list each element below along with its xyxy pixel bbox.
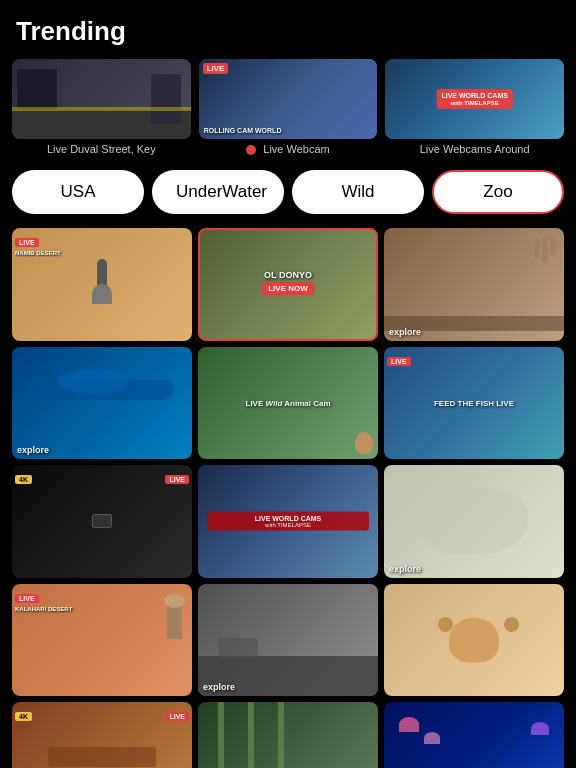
featured-label-2: Live Webcam [246, 143, 330, 156]
grid-item-9[interactable]: explore [384, 465, 564, 578]
grid-item-3-explore: explore [389, 327, 421, 337]
grid-item-11[interactable]: explore [198, 584, 378, 697]
featured-item-1[interactable]: Live Duval Street, Key [12, 59, 191, 156]
grid-item-3[interactable]: explore [384, 228, 564, 341]
page-title: Trending [12, 16, 564, 47]
grid-item-5[interactable]: LIVE Wild Animal Cam [198, 347, 378, 460]
cat-btn-wild[interactable]: Wild [292, 170, 424, 214]
grid-item-10-badge: LIVE KALAHARI DESERT [15, 587, 72, 612]
grid-item-15[interactable] [384, 702, 564, 768]
featured-thumb-2[interactable]: LIVE ROLLING CAM WORLD [199, 59, 378, 139]
featured-thumb-3[interactable]: LIVE WORLD CAMSwith TIMELAPSE [385, 59, 564, 139]
grid-item-7[interactable]: 4K LIVE [12, 465, 192, 578]
featured-label-3: Live Webcams Around [420, 143, 530, 156]
featured-item-2[interactable]: LIVE ROLLING CAM WORLD Live Webcam [199, 59, 378, 156]
grid-item-13-live: LIVE [165, 705, 189, 723]
grid-item-7-live: LIVE [165, 468, 189, 486]
grid-item-4[interactable]: explore [12, 347, 192, 460]
grid-item-8[interactable]: LIVE WORLD CAMS with TIMELAPSE [198, 465, 378, 578]
video-grid: LIVE NAMIB DESERT OL DONYO LIVE NOW expl… [12, 228, 564, 768]
grid-item-13[interactable]: 4K LIVE LIVE Animal Feeder CAM [12, 702, 192, 768]
grid-item-14[interactable] [198, 702, 378, 768]
grid-item-4-explore: explore [17, 445, 49, 455]
live-dot-2 [246, 145, 256, 155]
featured-item-3[interactable]: LIVE WORLD CAMSwith TIMELAPSE Live Webca… [385, 59, 564, 156]
grid-item-1[interactable]: LIVE NAMIB DESERT [12, 228, 192, 341]
cat-btn-underwater[interactable]: UnderWater [152, 170, 284, 214]
cat-btn-zoo[interactable]: Zoo [432, 170, 564, 214]
grid-item-6[interactable]: LIVE FEED THE FISH LIVE [384, 347, 564, 460]
featured-label-1: Live Duval Street, Key [47, 143, 156, 156]
category-row: USA UnderWater Wild Zoo [12, 170, 564, 214]
grid-item-9-explore: explore [389, 564, 421, 574]
grid-item-1-badge: LIVE NAMIB DESERT [15, 231, 61, 256]
grid-item-6-live: LIVE [387, 350, 411, 368]
live-badge-2: LIVE [203, 63, 229, 74]
grid-item-7-4k: 4K [15, 468, 32, 486]
grid-item-11-explore: explore [203, 682, 235, 692]
featured-row: Live Duval Street, Key LIVE ROLLING CAM … [12, 59, 564, 156]
grid-item-13-4k: 4K [15, 705, 32, 723]
grid-item-10[interactable]: LIVE KALAHARI DESERT [12, 584, 192, 697]
page-container: Trending Live Duval Street, Key LIVE ROL… [0, 0, 576, 768]
grid-item-2[interactable]: OL DONYO LIVE NOW [198, 228, 378, 341]
featured-thumb-1[interactable] [12, 59, 191, 139]
cat-btn-usa[interactable]: USA [12, 170, 144, 214]
grid-item-12[interactable] [384, 584, 564, 697]
